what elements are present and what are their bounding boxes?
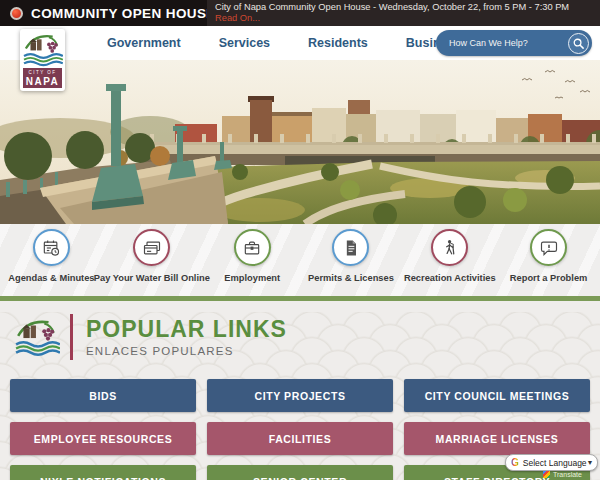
header-divider [70,314,73,360]
quick-link-water-bill[interactable]: Pay Your Water Bill Online [101,229,203,296]
google-translate-select[interactable]: G Select Language ▼ [505,454,598,471]
search-input[interactable] [436,38,568,48]
hiker-icon [431,229,468,266]
nav-item-services[interactable]: Services [200,36,289,50]
search-icon[interactable] [568,33,589,54]
google-g-icon: G [511,457,519,468]
hero-photo [0,60,600,224]
briefcase-icon [234,229,271,266]
calendar-clock-icon [33,229,70,266]
employee-resources-button[interactable]: EMPLOYEE RESOURCES [10,422,196,455]
alert-bar: COMMUNITY OPEN HOUSE City of Napa Commun… [0,0,600,26]
chevron-down-icon: ▼ [587,459,594,466]
alert-message: City of Napa Community Open House - Wedn… [215,2,594,13]
speech-bubble-icon [530,229,567,266]
nav-item-government[interactable]: Government [88,36,200,50]
city-projects-button[interactable]: CITY PROJECTS [207,379,393,412]
quick-link-employment[interactable]: Employment [203,229,302,296]
popular-links-subtitle: ENLACES POPULARES [86,345,287,357]
bids-button[interactable]: BIDS [10,379,196,412]
quick-link-label: Employment [224,273,280,283]
credit-card-icon [133,229,170,266]
city-council-meetings-button[interactable]: CITY COUNCIL MEETINGS [404,379,590,412]
nixle-notifications-button[interactable]: NIXLE NOTIFICATIONS [10,465,196,480]
green-divider [0,296,600,301]
napa-logo-mark-icon [14,315,60,359]
translate-attribution: Translate [543,471,582,478]
quick-link-agendas[interactable]: Agendas & Minutes [2,229,101,296]
facilities-button[interactable]: FACILITIES [207,422,393,455]
alert-bar-left: COMMUNITY OPEN HOUSE [0,0,207,26]
nav-item-residents[interactable]: Residents [289,36,387,50]
document-icon [332,229,369,266]
quick-link-label: Recreation Activities [404,273,496,283]
site-search [436,30,592,56]
read-on-link[interactable]: Read On... [215,13,594,24]
city-of-napa-logo[interactable]: CITY OF NAPA [20,29,65,91]
quick-link-label: Pay Your Water Bill Online [94,273,210,283]
google-translate-icon [543,471,550,478]
quick-link-label: Permits & Licenses [308,273,394,283]
main-nav: Government Services Residents Business H… [0,26,600,60]
senior-center-button[interactable]: SENIOR CENTER [207,465,393,480]
alert-bar-right: City of Napa Community Open House - Wedn… [207,0,600,26]
popular-links-title: POPULAR LINKS [86,318,287,341]
alert-title: COMMUNITY OPEN HOUSE [31,6,216,21]
logo-wordmark: CITY OF NAPA [23,68,62,88]
alert-circle-icon [10,7,23,20]
quick-links-row: Agendas & Minutes Pay Your Water Bill On… [0,224,600,296]
quick-link-recreation[interactable]: Recreation Activities [400,229,499,296]
marriage-licenses-button[interactable]: MARRIAGE LICENSES [404,422,590,455]
quick-link-label: Report a Problem [510,273,588,283]
popular-links-header: POPULAR LINKS ENLACES POPULARES [14,312,600,362]
quick-link-permits[interactable]: Permits & Licenses [302,229,401,296]
napa-logo-art-icon [22,31,63,68]
page: COMMUNITY OPEN HOUSE City of Napa Commun… [0,0,600,480]
quick-link-report-problem[interactable]: Report a Problem [499,229,598,296]
translate-label: Select Language [523,458,587,468]
quick-link-label: Agendas & Minutes [8,273,94,283]
